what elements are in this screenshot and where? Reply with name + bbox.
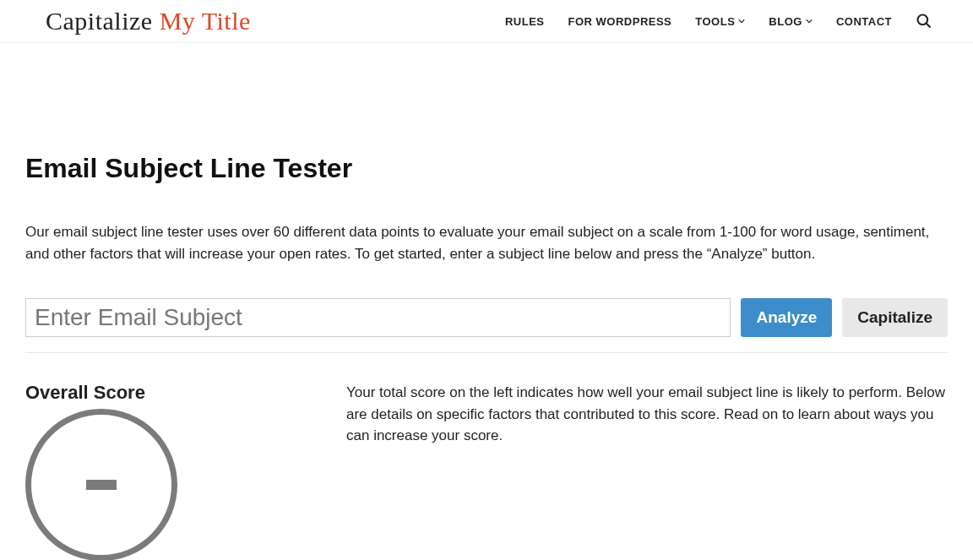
logo-text-dark: Capitalize (46, 7, 160, 35)
search-icon[interactable] (916, 13, 932, 30)
subject-input[interactable] (25, 298, 731, 337)
subject-form: Analyze Capitalize (25, 298, 948, 353)
chevron-down-icon (738, 18, 745, 24)
nav-contact[interactable]: CONTACT (836, 15, 892, 28)
score-description: Your total score on the left indicates h… (346, 382, 948, 447)
nav-blog[interactable]: BLOG (769, 15, 813, 28)
nav-rules[interactable]: RULES (505, 15, 545, 28)
chevron-down-icon (806, 18, 813, 24)
nav-tools-label: TOOLS (695, 15, 735, 28)
score-title: Overall Score (25, 382, 313, 404)
page-main: Email Subject Line Tester Our email subj… (0, 43, 973, 560)
score-placeholder-icon (86, 480, 117, 490)
site-header: Capitalize My Title RULES FOR WORDPRESS … (0, 0, 973, 43)
intro-text: Our email subject line tester uses over … (25, 221, 948, 264)
page-title: Email Subject Line Tester (25, 153, 948, 184)
nav-for-wordpress[interactable]: FOR WORDPRESS (568, 15, 672, 28)
nav-blog-label: BLOG (769, 15, 802, 28)
nav-tools[interactable]: TOOLS (695, 15, 745, 28)
site-logo[interactable]: Capitalize My Title (46, 7, 251, 35)
logo-text-accent: My Title (160, 7, 251, 35)
analyze-button[interactable]: Analyze (741, 298, 832, 337)
main-nav: RULES FOR WORDPRESS TOOLS BLOG CONTACT (505, 13, 932, 30)
svg-line-1 (927, 24, 931, 28)
score-ring (25, 409, 177, 560)
capitalize-button[interactable]: Capitalize (842, 298, 948, 337)
svg-point-0 (918, 15, 928, 25)
score-section: Overall Score Your total score on the le… (25, 382, 948, 560)
score-block: Overall Score (25, 382, 313, 560)
